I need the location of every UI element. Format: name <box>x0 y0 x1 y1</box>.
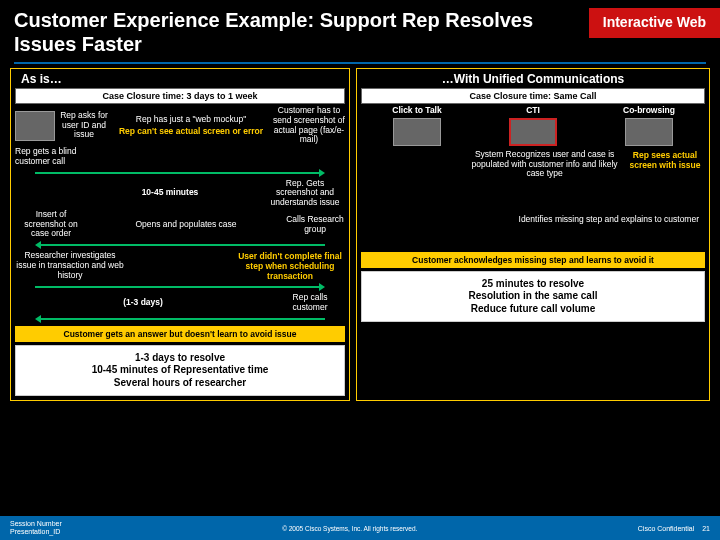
summary-left: 1-3 days to resolve 10-45 minutes of Rep… <box>15 345 345 397</box>
arrow-icon <box>35 241 325 249</box>
photo-placeholder <box>15 111 55 141</box>
screen-placeholder <box>625 118 673 146</box>
session-id: Session Number Presentation_ID <box>10 520 62 535</box>
copyright: © 2005 Cisco Systems, Inc. All rights re… <box>282 525 417 532</box>
arrow-icon <box>35 283 325 291</box>
cant-see: Rep can't see actual screen or error <box>119 126 263 136</box>
summary-right: 25 minutes to resolve Resolution in the … <box>361 271 705 323</box>
with-uc-heading: …With Unified Communications <box>361 72 705 86</box>
cobrowsing-label: Co-browsing <box>623 106 675 116</box>
as-is-panel: As is… Case Closure time: 3 days to 1 we… <box>10 68 350 401</box>
interactive-web-badge: Interactive Web <box>589 0 720 38</box>
as-is-heading: As is… <box>15 72 345 86</box>
outcome-right: Customer acknowledges missing step and l… <box>361 252 705 268</box>
researcher-investigates: Researcher investigates issue in transac… <box>15 251 125 280</box>
screen-placeholder <box>509 118 557 146</box>
duration-1045: 10-45 minutes <box>142 188 199 198</box>
closure-chip-right: Case Closure time: Same Call <box>361 88 705 104</box>
customer-sends: Customer has to send screenshot of actua… <box>273 106 345 145</box>
closure-chip-left: Case Closure time: 3 days to 1 week <box>15 88 345 104</box>
page-number: 21 <box>702 525 710 532</box>
user-didnt-complete: User didn't complete final step when sch… <box>235 251 345 281</box>
with-uc-panel: …With Unified Communications Case Closur… <box>356 68 710 401</box>
opens-case: Opens and populates case <box>91 220 281 230</box>
rep-blind: Rep gets a blind customer call <box>15 147 85 167</box>
slide-title: Customer Experience Example: Support Rep… <box>14 8 589 56</box>
web-mockup: Rep has just a "web mockup" <box>136 115 246 125</box>
cti-label: CTI <box>526 106 540 116</box>
identifies-missing: Identifies missing step and explains to … <box>361 215 705 225</box>
click-to-talk: Click to Talk <box>392 106 441 116</box>
photo-placeholder <box>393 118 441 146</box>
footer-bar: Session Number Presentation_ID © 2005 Ci… <box>0 516 720 540</box>
rep-calls-customer: Rep calls customer <box>275 293 345 313</box>
arrow-icon <box>35 169 325 177</box>
outcome-left: Customer gets an answer but doesn't lear… <box>15 326 345 342</box>
rep-asks: Rep asks for user ID and issue <box>59 111 109 140</box>
divider <box>14 62 706 64</box>
system-recognizes: System Recognizes user and case is popul… <box>468 150 621 179</box>
rep-sees-screen: Rep sees actual screen with issue <box>625 150 705 170</box>
confidential-label: Cisco Confidential <box>638 525 694 532</box>
duration-13days: (1-3 days) <box>98 298 188 308</box>
calls-research: Calls Research group <box>285 215 345 235</box>
rep-gets-screenshot: Rep. Gets screenshot and understands iss… <box>265 179 345 208</box>
arrow-icon <box>35 315 325 323</box>
insert-screenshot: Insert of screenshot on case order <box>15 210 87 239</box>
